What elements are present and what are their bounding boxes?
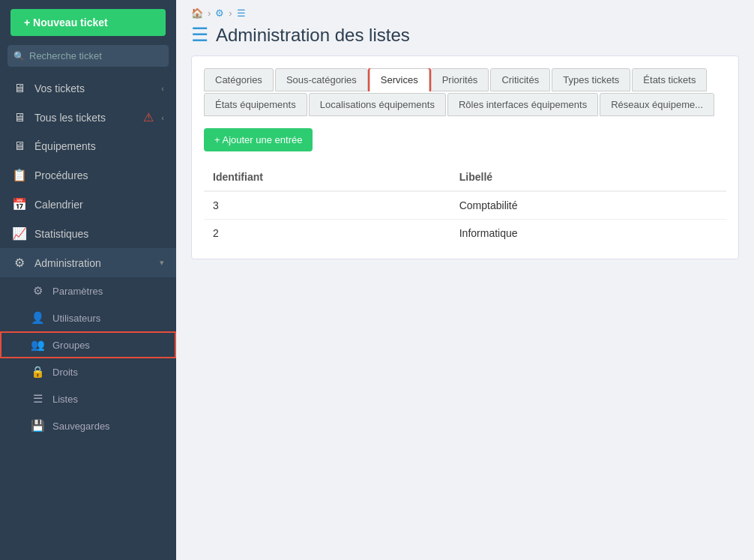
sidebar-item-tous-tickets[interactable]: 🖥 Tous les tickets ⚠ ‹ <box>0 103 176 132</box>
search-box: 🔍 <box>7 45 169 67</box>
breadcrumb-sep2: › <box>229 7 232 19</box>
sidebar-item-equipements[interactable]: 🖥 Équipements <box>0 132 176 160</box>
tab-etats-tickets[interactable]: États tickets <box>632 68 707 91</box>
arrow-icon: ‹ <box>161 84 164 93</box>
sauvegardes-icon: 💾 <box>30 419 45 433</box>
sidebar-sub-droits[interactable]: 🔒 Droits <box>0 358 176 385</box>
page-title: ☰ Administration des listes <box>176 23 754 55</box>
sidebar-sub-label: Sauvegardes <box>52 421 110 432</box>
page-title-text: Administration des listes <box>216 25 410 46</box>
procedures-icon: 📋 <box>12 168 27 182</box>
tab-sous-categories[interactable]: Sous-catégories <box>275 68 368 91</box>
sidebar-sub-groupes[interactable]: 👥 Groupes <box>0 331 176 358</box>
tous-tickets-icon: 🖥 <box>12 111 27 124</box>
add-entry-button[interactable]: + Ajouter une entrée <box>204 128 313 151</box>
arrow-icon: ‹ <box>161 113 164 122</box>
sidebar-sub-label: Paramètres <box>52 286 103 297</box>
search-input[interactable] <box>7 45 169 67</box>
sidebar-item-label: Procédures <box>34 169 164 181</box>
breadcrumb-settings[interactable]: ⚙ <box>215 7 224 19</box>
parametres-icon: ⚙ <box>30 284 45 298</box>
tab-types-tickets[interactable]: Types tickets <box>552 68 630 91</box>
sidebar-sub-utilisateurs[interactable]: 👤 Utilisateurs <box>0 304 176 331</box>
equipements-icon: 🖥 <box>12 139 27 153</box>
tabs-row-1: Catégories Sous-catégories Services Prio… <box>204 68 726 91</box>
sidebar-sub-label: Utilisateurs <box>52 313 100 324</box>
tab-services[interactable]: Services <box>370 68 429 91</box>
droits-icon: 🔒 <box>30 365 45 379</box>
content-area: Catégories Sous-catégories Services Prio… <box>176 55 754 560</box>
listes-icon: ☰ <box>30 392 45 406</box>
sidebar-item-label: Calendrier <box>34 199 164 211</box>
breadcrumb-sep1: › <box>208 7 211 19</box>
tab-categories[interactable]: Catégories <box>204 68 274 91</box>
sidebar-item-calendrier[interactable]: 📅 Calendrier <box>0 190 176 219</box>
tab-reseaux-equipements[interactable]: Réseaux équipeme... <box>600 93 714 116</box>
admin-icon: ⚙ <box>12 256 27 270</box>
col-libelle: Libellé <box>450 163 726 191</box>
new-ticket-button[interactable]: + Nouveau ticket <box>10 9 166 36</box>
tab-localisations-equipements[interactable]: Localisations équipements <box>309 93 446 116</box>
sidebar-item-label: Tous les tickets <box>34 112 136 124</box>
sidebar-sub-label: Listes <box>52 394 78 405</box>
breadcrumb: 🏠 › ⚙ › ☰ <box>176 0 754 23</box>
cell-libelle: Comptabilité <box>450 191 726 220</box>
table-row[interactable]: 2 Informatique <box>204 220 726 247</box>
tab-criticites[interactable]: Criticités <box>490 68 550 91</box>
sidebar-item-statistiques[interactable]: 📈 Statistiques <box>0 219 176 248</box>
cell-libelle: Informatique <box>450 220 726 247</box>
table-row[interactable]: 3 Comptabilité <box>204 191 726 220</box>
sidebar-item-procedures[interactable]: 📋 Procédures <box>0 160 176 190</box>
sidebar-item-administration[interactable]: ⚙ Administration ▾ <box>0 248 176 277</box>
tab-priorites[interactable]: Priorités <box>431 68 489 91</box>
warning-icon: ⚠ <box>143 110 154 124</box>
calendrier-icon: 📅 <box>12 197 27 211</box>
sidebar-item-label: Statistiques <box>34 228 164 240</box>
arrow-down-icon: ▾ <box>160 258 164 268</box>
breadcrumb-list[interactable]: ☰ <box>237 7 246 19</box>
sidebar-item-label: Administration <box>34 257 152 269</box>
sidebar-sub-label: Droits <box>52 367 78 378</box>
groupes-icon: 👥 <box>30 338 45 352</box>
sidebar-item-label: Équipements <box>34 140 164 152</box>
entries-table: Identifiant Libellé 3 Comptabilité 2 Inf… <box>204 163 726 247</box>
sidebar-sub-parametres[interactable]: ⚙ Paramètres <box>0 277 176 304</box>
sidebar-item-label: Vos tickets <box>34 82 154 94</box>
tabs-row-2: États équipements Localisations équipeme… <box>204 93 726 116</box>
cell-id: 3 <box>204 191 450 220</box>
breadcrumb-home[interactable]: 🏠 <box>191 7 203 19</box>
sidebar: + Nouveau ticket 🔍 🖥 Vos tickets ‹ 🖥 Tou… <box>0 0 176 560</box>
sidebar-sub-sauvegardes[interactable]: 💾 Sauvegardes <box>0 412 176 439</box>
sidebar-item-vos-tickets[interactable]: 🖥 Vos tickets ‹ <box>0 74 176 103</box>
main-card: Catégories Sous-catégories Services Prio… <box>191 55 739 259</box>
col-identifiant: Identifiant <box>204 163 450 191</box>
search-icon: 🔍 <box>13 51 25 61</box>
main-content: 🏠 › ⚙ › ☰ ☰ Administration des listes Ca… <box>176 0 754 560</box>
statistiques-icon: 📈 <box>12 226 27 241</box>
tab-roles-interfaces-equipements[interactable]: Rôles interfaces équipements <box>447 93 598 116</box>
sidebar-sub-listes[interactable]: ☰ Listes <box>0 385 176 412</box>
ticket-icon: 🖥 <box>12 82 27 95</box>
cell-id: 2 <box>204 220 450 247</box>
utilisateurs-icon: 👤 <box>30 311 45 325</box>
tab-etats-equipements[interactable]: États équipements <box>204 93 307 116</box>
sidebar-sub-label: Groupes <box>52 340 90 351</box>
page-title-icon: ☰ <box>191 23 208 46</box>
